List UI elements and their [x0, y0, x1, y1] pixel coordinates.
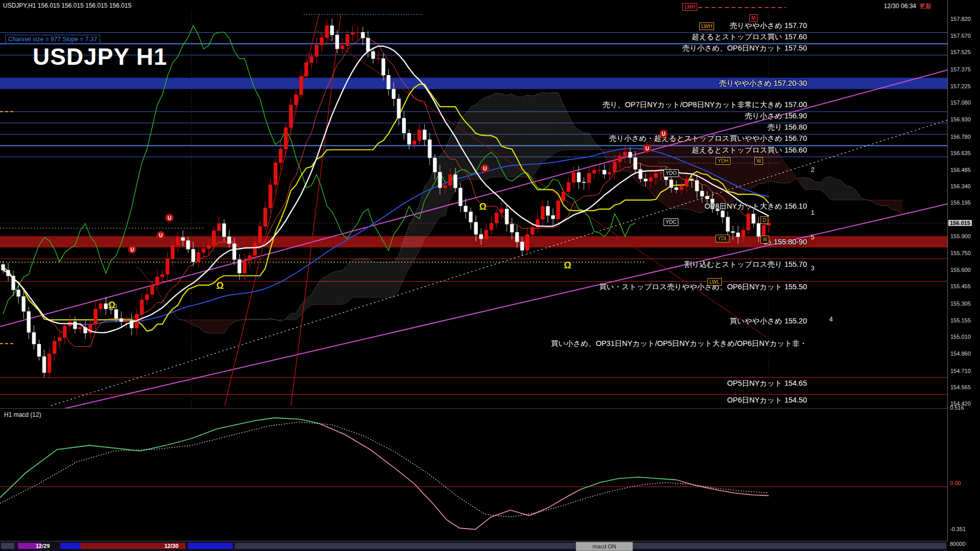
candle-body [593, 170, 596, 173]
macd-axis-zero: 0.00 [950, 480, 961, 486]
trend-line[interactable] [0, 196, 980, 423]
candle-body [2, 264, 5, 270]
candle-body [114, 310, 118, 319]
price-tick: 154.710 [950, 368, 971, 374]
line-number-marker: 4 [829, 315, 832, 323]
ichimoku-cloud [296, 305, 301, 320]
ichimoku-cloud [887, 200, 892, 210]
candle-body [459, 188, 462, 206]
ichimoku-cloud [830, 177, 836, 201]
candle-body [474, 222, 478, 234]
symbol-info: USDJPY,H1 156.015 156.015 156.015 156.01… [3, 2, 131, 9]
candle-body [402, 118, 406, 133]
candle-body [263, 208, 267, 227]
ichimoku-cloud [353, 259, 358, 297]
price-tick: 157.670 [950, 33, 971, 39]
candle-body [37, 344, 41, 356]
candle-body [577, 172, 580, 182]
price-tick: 155.010 [950, 334, 971, 340]
candle-body [500, 209, 503, 213]
ichimoku-cloud [388, 262, 394, 297]
ichimoku-cloud [188, 320, 193, 325]
ichimoku-cloud [348, 260, 353, 303]
ichimoku-cloud [383, 262, 388, 297]
level-tag-ydh: YDH [716, 157, 730, 165]
ichimoku-cloud [579, 130, 584, 149]
candle-body [377, 59, 380, 59]
candle-body [197, 253, 200, 262]
candle-body [397, 99, 401, 118]
ichimoku-cloud [394, 255, 399, 297]
ichimoku-cloud [558, 93, 564, 151]
candle-body [479, 234, 483, 239]
macd-axis-min: -0.351 [950, 526, 966, 532]
macd-pane[interactable] [0, 418, 947, 530]
candle-body [320, 38, 324, 45]
chart-window: USDJPY,H1 156.015 156.015 156.015 156.01… [0, 0, 980, 551]
ichimoku-cloud [892, 200, 897, 211]
candle-body [526, 235, 529, 251]
ichimoku-cloud [322, 276, 327, 304]
ichimoku-cloud [846, 186, 851, 201]
candle-body [151, 285, 154, 294]
candle-body [762, 226, 766, 237]
candle-body [186, 240, 190, 249]
chart-canvas[interactable] [0, 0, 980, 551]
ichimoku-cloud [425, 180, 430, 238]
candle-body [243, 260, 247, 273]
candle-body [449, 174, 452, 186]
level-tag-w: W [754, 157, 763, 165]
price-axis[interactable]: 157.820157.670157.525157.375157.225157.0… [948, 0, 980, 551]
candle-body [156, 277, 159, 286]
level-band [0, 236, 947, 247]
candle-body [217, 223, 220, 231]
u-signal-icon: U [659, 130, 668, 138]
candle-body [623, 152, 627, 156]
ichimoku-cloud [779, 155, 785, 183]
ichimoku-cloud [718, 137, 723, 204]
ichimoku-cloud [291, 313, 296, 320]
candle-body [685, 179, 689, 186]
ichimoku-cloud [810, 179, 815, 190]
ichimoku-cloud [404, 226, 409, 279]
candle-body [191, 249, 195, 262]
price-tick: 154.860 [950, 350, 971, 357]
ichimoku-cloud [492, 93, 497, 177]
ichimoku-cloud [862, 198, 867, 200]
candle-body [675, 188, 678, 190]
ichimoku-cloud [553, 92, 558, 155]
ichimoku-cloud [882, 200, 887, 206]
price-tick: 156.930 [950, 116, 971, 122]
candle-body [444, 186, 447, 188]
macd-main-up-2 [580, 477, 676, 489]
ichimoku-cloud [137, 267, 142, 271]
candle-body [300, 76, 303, 94]
candle-body [305, 63, 308, 76]
u-signal-icon: U [165, 214, 174, 222]
ichimoku-cloud [502, 94, 507, 177]
candle-body [433, 158, 436, 172]
price-tick: 156.485 [950, 167, 971, 173]
candle-body [716, 209, 719, 211]
price-tick: 155.305 [950, 300, 971, 307]
ichimoku-cloud [497, 93, 502, 177]
ichimoku-cloud [805, 178, 810, 190]
macd-toggle-button[interactable]: macd ON [576, 542, 633, 551]
ichimoku-cloud [199, 320, 204, 332]
candle-body [618, 156, 622, 162]
price-tick: 155.455 [950, 283, 971, 289]
candle-body [361, 32, 364, 38]
ichimoku-cloud [306, 294, 311, 309]
timeline-date-label: 12/30 [164, 543, 179, 549]
ichimoku-cloud [723, 137, 728, 203]
candle-body [633, 158, 637, 169]
candle-body [598, 170, 601, 170]
ichimoku-cloud [656, 137, 661, 202]
ichimoku-cloud [548, 92, 553, 159]
ichimoku-cloud [193, 320, 199, 327]
candle-body [757, 223, 761, 237]
macd-signal [0, 422, 769, 517]
u-signal-icon: U [128, 245, 136, 254]
level-tag-m: M [749, 14, 757, 22]
updated-date: 12/30 06:34 [884, 3, 916, 10]
